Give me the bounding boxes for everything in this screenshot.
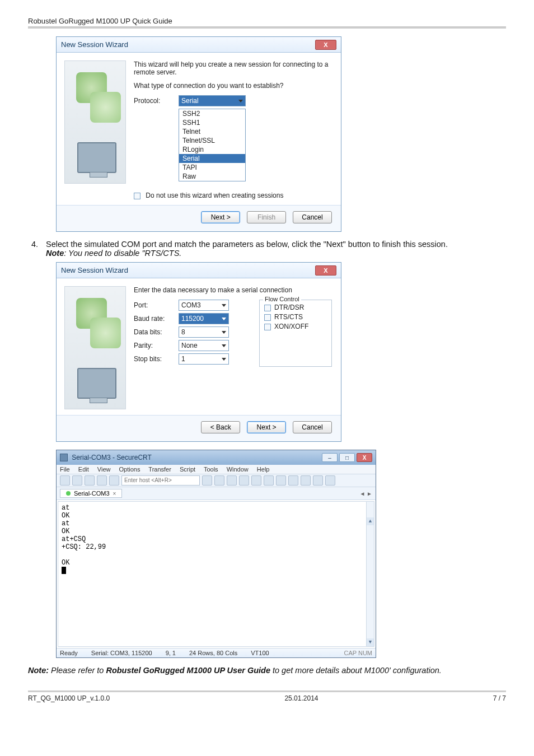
menu-help[interactable]: Help — [257, 466, 270, 473]
dialog-titlebar[interactable]: New Session Wizard X — [57, 37, 341, 53]
status-size: 24 Rows, 80 Cols — [189, 650, 237, 656]
toolbar-icon[interactable] — [97, 475, 107, 486]
toolbar-icon[interactable] — [313, 475, 323, 486]
next-button[interactable]: Next > — [247, 421, 286, 433]
menu-edit[interactable]: Edit — [78, 466, 89, 473]
dialog-titlebar[interactable]: New Session Wizard X — [57, 263, 341, 278]
host-input[interactable]: Enter host <Alt+R> — [121, 475, 200, 486]
toolbar-icon[interactable] — [202, 475, 212, 486]
footer-right: 7 / 7 — [493, 694, 506, 702]
page-footer: RT_QG_M1000 UP_v.1.0.0 25.01.2014 7 / 7 — [28, 690, 506, 702]
toolbar-icon[interactable] — [325, 475, 335, 486]
cancel-button[interactable]: Cancel — [293, 211, 332, 223]
status-port: Serial: COM3, 115200 — [91, 650, 152, 656]
menu-file[interactable]: File — [60, 466, 70, 473]
final-note: Note: Please refer to Robustel GoRugged … — [28, 666, 506, 675]
scroll-up-icon[interactable]: ▲ — [367, 517, 374, 525]
toolbar-icon[interactable] — [60, 475, 70, 486]
menu-script[interactable]: Script — [180, 466, 195, 473]
baud-dropdown[interactable]: 115200 — [179, 313, 229, 324]
menu-view[interactable]: View — [97, 466, 111, 473]
toolbar-icon[interactable] — [301, 475, 311, 486]
protocol-listbox[interactable]: SSH2 SSH1 Telnet Telnet/SSL RLogin Seria… — [179, 109, 246, 181]
next-button[interactable]: Next > — [201, 211, 240, 223]
status-emulation: VT100 — [251, 650, 269, 656]
header-rule — [28, 26, 506, 29]
toolbar-icon[interactable] — [239, 475, 249, 486]
list-item[interactable]: Telnet — [179, 127, 245, 136]
window-title: Serial-COM3 - SecureCRT — [72, 454, 151, 461]
dtr-dsr-label: DTR/DSR — [274, 304, 304, 311]
databits-dropdown[interactable]: 8 — [179, 326, 229, 338]
menu-bar[interactable]: File Edit View Options Transfer Script T… — [57, 465, 376, 474]
port-dropdown[interactable]: COM3 — [179, 300, 229, 311]
final-note-bold: Robustel GoRugged M1000 UP User Guide — [106, 666, 270, 675]
step-number: 4. — [28, 240, 46, 258]
toolbar-icon[interactable] — [227, 475, 237, 486]
rts-cts-label: RTS/CTS — [274, 313, 303, 321]
list-item[interactable]: Raw — [179, 172, 245, 181]
wizard-question: What type of connection do you want to e… — [134, 82, 332, 90]
toolbar-icon[interactable] — [109, 475, 119, 486]
toolbar-icon[interactable] — [214, 475, 224, 486]
session-tab-label: Serial-COM3 — [74, 490, 110, 497]
menu-transfer[interactable]: Transfer — [148, 466, 171, 473]
xon-xoff-checkbox[interactable] — [264, 324, 271, 330]
toolbar-icon[interactable] — [288, 475, 298, 486]
status-cursor-pos: 9, 1 — [166, 650, 176, 656]
toolbar-icon[interactable] — [72, 475, 82, 486]
parity-dropdown[interactable]: None — [179, 340, 229, 351]
dtr-dsr-checkbox[interactable] — [264, 305, 271, 311]
terminal-pane[interactable]: at OK at OK at+CSQ +CSQ: 22,99 OK ▲ ▼ — [58, 501, 374, 647]
dont-use-wizard-checkbox[interactable] — [134, 193, 140, 199]
list-item[interactable]: RLogin — [179, 145, 245, 154]
list-item[interactable]: SSH1 — [179, 118, 245, 127]
scrollbar[interactable]: ▲ ▼ — [366, 502, 374, 646]
toolbar-icon[interactable] — [276, 475, 286, 486]
wizard-art — [64, 286, 126, 409]
minimize-icon[interactable]: – — [322, 453, 338, 462]
tab-scroll-arrows[interactable]: ◄ ► — [359, 491, 372, 497]
final-note-prefix: Note: — [28, 666, 49, 675]
footer-left: RT_QG_M1000 UP_v.1.0.0 — [28, 694, 110, 702]
toolbar-icon[interactable] — [251, 475, 261, 486]
note-body: : You need to disable "RTS/CTS. — [64, 249, 181, 258]
list-item[interactable]: TAPI — [179, 163, 245, 172]
tab-close-icon[interactable]: × — [113, 491, 116, 497]
scroll-down-icon[interactable]: ▼ — [367, 638, 374, 646]
list-item[interactable]: SSH2 — [179, 109, 245, 118]
toolbar-icon[interactable] — [85, 475, 95, 486]
chevron-down-icon — [222, 318, 226, 320]
parity-value: None — [181, 342, 198, 349]
cancel-button[interactable]: Cancel — [293, 421, 332, 433]
status-caps: CAP NUM — [344, 650, 372, 656]
list-item-selected[interactable]: Serial — [179, 154, 245, 163]
back-button[interactable]: < Back — [201, 421, 240, 433]
step4-row: 4. Select the simulated COM port and mat… — [28, 240, 506, 258]
rts-cts-checkbox[interactable] — [264, 314, 271, 321]
protocol-dropdown[interactable]: Serial — [179, 95, 246, 106]
stopbits-dropdown[interactable]: 1 — [179, 353, 229, 365]
toolbar: Enter host <Alt+R> — [57, 474, 376, 487]
menu-options[interactable]: Options — [119, 466, 140, 473]
toolbar-icon[interactable] — [264, 475, 274, 486]
session-tab[interactable]: Serial-COM3 × — [60, 489, 122, 498]
wizard-art — [64, 60, 126, 184]
list-item[interactable]: Telnet/SSL — [179, 136, 245, 145]
close-icon[interactable]: X — [315, 265, 336, 276]
window-titlebar[interactable]: Serial-COM3 - SecureCRT – □ X — [57, 450, 376, 465]
port-value: COM3 — [181, 301, 201, 309]
chevron-down-icon — [222, 344, 226, 347]
dialog-title: New Session Wizard — [61, 263, 128, 278]
wizard-serial-dialog: New Session Wizard X Enter the data nece… — [56, 262, 341, 442]
chevron-down-icon — [222, 331, 226, 334]
menu-tools[interactable]: Tools — [204, 466, 218, 473]
close-icon[interactable]: X — [357, 453, 372, 462]
parity-label: Parity: — [134, 342, 173, 349]
footer-center: 25.01.2014 — [284, 694, 318, 702]
close-icon[interactable]: X — [315, 40, 336, 50]
chevron-down-icon — [222, 358, 226, 361]
maximize-icon[interactable]: □ — [339, 453, 355, 462]
session-tabs: Serial-COM3 × ◄ ► — [57, 487, 376, 500]
menu-window[interactable]: Window — [227, 466, 249, 473]
